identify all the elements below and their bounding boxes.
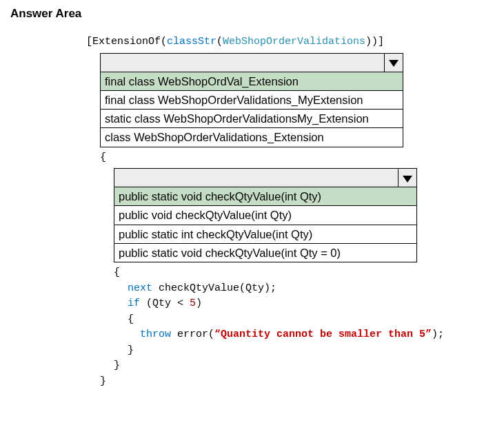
dropdown-1-wrap: final class WebShopOrdVal_Extension fina… (100, 53, 494, 147)
if-cond-1: (Qty < (140, 298, 190, 309)
dropdown-1-option-0[interactable]: final class WebShopOrdVal_Extension (101, 72, 403, 90)
attr-open: [ExtensionOf( (86, 36, 167, 48)
chevron-down-icon (403, 176, 412, 183)
dropdown-1-option-0-text: final class WebShopOrdVal_Extension (101, 72, 403, 90)
dropdown-1-option-3-text: class WebShopOrderValidations_Extension (101, 128, 403, 147)
dropdown-2-option-1-text: public void checkQtyValue(int Qty) (114, 206, 417, 225)
inner-brace-close: } (128, 343, 494, 359)
method-brace-open: { (114, 265, 494, 281)
class-name: WebShopOrderValidations (223, 36, 365, 48)
if-keyword: if (128, 298, 140, 309)
dropdown-2-option-3-text: public static void checkQtyValue(int Qty… (114, 243, 417, 262)
dropdown-2-option-2-text: public static int checkQtyValue(int Qty) (114, 225, 417, 243)
error-message: “Quantity cannot be smaller than 5” (214, 329, 432, 340)
dropdown-1-option-2[interactable]: static class WebShopOrderValidationsMy_E… (101, 110, 403, 128)
paren-open: ( (216, 36, 223, 48)
dropdown-1-option-1-text: final class WebShopOrderValidations_MyEx… (101, 90, 403, 109)
code-content: [ExtensionOf(classStr(WebShopOrderValida… (86, 34, 494, 389)
literal-five: 5 (190, 298, 196, 309)
dropdown-2-option-3[interactable]: public static void checkQtyValue(int Qty… (114, 243, 417, 262)
dropdown-2-option-1[interactable]: public void checkQtyValue(int Qty) (114, 206, 417, 225)
chevron-down-icon (389, 60, 399, 67)
dropdown-1-header[interactable] (101, 53, 403, 72)
dropdown-2-selected (114, 169, 399, 187)
attribute-line: [ExtensionOf(classStr(WebShopOrderValida… (86, 34, 494, 50)
if-line: if (Qty < 5) (128, 296, 494, 312)
dropdown-2-header[interactable] (114, 169, 417, 187)
dropdown-2-arrow-cell[interactable] (399, 169, 417, 187)
brace-open-outer: { (100, 150, 494, 166)
dropdown-1-option-3[interactable]: class WebShopOrderValidations_Extension (101, 128, 403, 147)
classstr-keyword: classStr (167, 36, 216, 48)
next-keyword: next (128, 282, 152, 294)
dropdown-1[interactable]: final class WebShopOrdVal_Extension fina… (100, 53, 403, 147)
error-call-1: error( (171, 329, 214, 340)
dropdown-1-selected (101, 53, 385, 72)
throw-line: throw error(“Quantity cannot be smaller … (140, 327, 494, 343)
throw-keyword: throw (140, 329, 171, 340)
dropdown-2-option-0[interactable]: public static void checkQtyValue(int Qty… (114, 187, 417, 206)
if-cond-2: ) (196, 298, 202, 309)
answer-area-heading: Answer Area (10, 7, 494, 21)
dropdown-1-option-1[interactable]: final class WebShopOrderValidations_MyEx… (101, 90, 403, 109)
error-call-2: ); (432, 329, 444, 340)
dropdown-2[interactable]: public static void checkQtyValue(int Qty… (114, 168, 417, 262)
dropdown-1-arrow-cell[interactable] (385, 53, 403, 72)
dropdown-2-option-0-text: public static void checkQtyValue(int Qty… (114, 187, 417, 206)
dropdown-2-wrap: public static void checkQtyValue(int Qty… (114, 168, 494, 262)
attr-close: ))] (365, 36, 384, 48)
next-call: checkQtyValue(Qty); (152, 282, 276, 294)
brace-close-outer: } (100, 374, 494, 390)
method-brace-close: } (114, 358, 494, 374)
inner-brace-open: { (128, 312, 494, 328)
dropdown-2-option-2[interactable]: public static int checkQtyValue(int Qty) (114, 225, 417, 243)
dropdown-1-option-2-text: static class WebShopOrderValidationsMy_E… (101, 110, 403, 128)
next-line: next checkQtyValue(Qty); (128, 281, 494, 297)
